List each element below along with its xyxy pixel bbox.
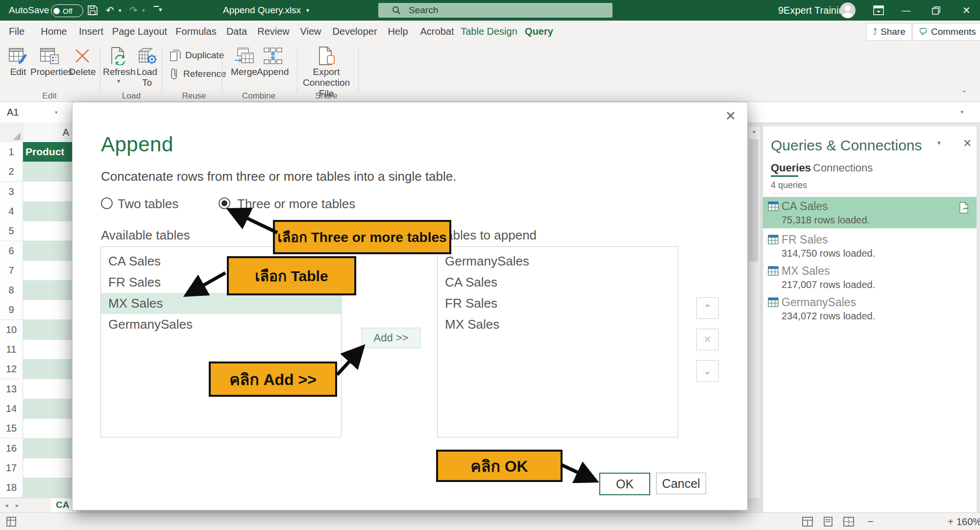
cell-a18[interactable] <box>23 478 72 498</box>
duplicate-button[interactable]: Duplicate <box>170 49 224 62</box>
row-header-9[interactable]: 9 <box>0 300 23 320</box>
query-item-ca-sales[interactable]: CA Sales 75,318 rows loaded. <box>763 197 977 228</box>
tab-home[interactable]: Home <box>41 21 67 42</box>
list-item-selected[interactable]: MX Sales <box>101 293 341 314</box>
sheet-nav-right-icon[interactable]: ▸ <box>16 498 19 513</box>
avatar[interactable] <box>840 2 856 18</box>
save-icon[interactable] <box>87 5 98 16</box>
cell-a13[interactable] <box>23 379 72 399</box>
close-button[interactable]: ✕ <box>962 0 971 21</box>
cell-a8[interactable] <box>23 280 72 300</box>
tab-query[interactable]: Query <box>525 21 553 42</box>
row-header-12[interactable]: 12 <box>0 359 23 379</box>
row-header-6[interactable]: 6 <box>0 241 23 261</box>
tab-connections[interactable]: Connections <box>813 162 873 174</box>
row-header-16[interactable]: 16 <box>0 438 23 458</box>
ok-button[interactable]: OK <box>599 473 650 495</box>
cell-a2[interactable] <box>23 162 72 182</box>
document-title[interactable]: Append Query.xlsx <box>223 0 301 21</box>
delete-button[interactable]: Delete <box>67 45 98 77</box>
zoom-level[interactable]: 160% <box>956 513 980 530</box>
list-item[interactable]: GermanySales <box>438 251 678 272</box>
tab-insert[interactable]: Insert <box>79 21 103 42</box>
remove-item-button[interactable]: ✕ <box>696 329 719 350</box>
cell-a3[interactable] <box>23 182 72 202</box>
zoom-in-button[interactable]: + <box>948 513 954 530</box>
scroll-up-icon[interactable]: ▴ <box>748 128 760 134</box>
row-header-3[interactable]: 3 <box>0 182 23 202</box>
scrollbar-thumb[interactable] <box>749 139 759 262</box>
user-name[interactable]: 9Expert Training <box>778 0 850 21</box>
add-button[interactable]: Add >> <box>362 328 420 348</box>
cell-a1[interactable]: Product <box>23 142 72 162</box>
comments-button[interactable]: 🗩 Comments <box>912 23 980 41</box>
cell-a4[interactable] <box>23 201 72 221</box>
row-header-8[interactable]: 8 <box>0 280 23 300</box>
tab-review[interactable]: Review <box>257 21 290 42</box>
tab-data[interactable]: Data <box>226 21 247 42</box>
sheet-status-icon[interactable] <box>6 516 17 527</box>
formula-bar-expand-icon[interactable]: ▾ <box>960 102 964 122</box>
tab-view[interactable]: View <box>300 21 321 42</box>
page-break-view-icon[interactable] <box>843 516 855 527</box>
query-item-germanysales[interactable]: GermanySales 234,072 rows loaded. <box>763 293 977 324</box>
radio-three-or-more[interactable] <box>219 197 230 209</box>
row-header-7[interactable]: 7 <box>0 261 23 281</box>
radio-three-or-more-label[interactable]: Three or more tables <box>237 196 355 212</box>
tab-page-layout[interactable]: Page Layout <box>112 21 167 42</box>
collapse-ribbon-icon[interactable]: ⌃ <box>961 89 967 97</box>
row-header-1[interactable]: 1 <box>0 142 23 162</box>
quick-access-customize-icon[interactable]: ▔▾ <box>154 0 162 20</box>
cell-a12[interactable] <box>23 359 72 379</box>
row-header-10[interactable]: 10 <box>0 320 23 340</box>
dialog-close-icon[interactable]: ✕ <box>722 107 739 125</box>
cell-a9[interactable] <box>23 300 72 320</box>
zoom-out-button[interactable]: − <box>867 513 874 530</box>
list-item[interactable]: CA Sales <box>438 272 678 293</box>
query-item-fr-sales[interactable]: FR Sales 314,750 rows loaded. <box>763 230 977 262</box>
undo-icon[interactable]: ↶ <box>106 0 114 21</box>
sheet-nav-left-icon[interactable]: ◂ <box>5 498 8 513</box>
cell-a7[interactable] <box>23 261 72 281</box>
tables-to-append-list[interactable]: GermanySales CA Sales FR Sales MX Sales <box>437 246 678 437</box>
cell-a11[interactable] <box>23 339 72 360</box>
peek-icon[interactable] <box>959 202 969 214</box>
list-item[interactable]: GermanySales <box>101 314 341 335</box>
cancel-button[interactable]: Cancel <box>656 473 706 494</box>
search-input[interactable] <box>408 4 576 16</box>
row-header-11[interactable]: 11 <box>0 339 23 360</box>
panel-options-chevron-icon[interactable]: ▾ <box>937 139 941 146</box>
cell-a16[interactable] <box>23 438 72 458</box>
query-item-mx-sales[interactable]: MX Sales 217,007 rows loaded. <box>763 262 977 293</box>
select-all-corner[interactable] <box>0 122 23 142</box>
row-header-15[interactable]: 15 <box>0 418 23 438</box>
restore-button[interactable] <box>932 6 940 15</box>
search-box[interactable] <box>378 3 612 18</box>
undo-chevron-icon[interactable]: ▾ <box>119 0 122 21</box>
reference-button[interactable]: Reference <box>170 68 226 80</box>
column-header-a[interactable]: A <box>23 122 72 142</box>
row-header-5[interactable]: 5 <box>0 221 23 241</box>
cell-a5[interactable] <box>23 221 72 241</box>
move-down-button[interactable]: ⌄ <box>696 360 719 382</box>
minimize-button[interactable]: — <box>902 0 910 21</box>
title-chevron-icon[interactable]: ▾ <box>306 0 309 21</box>
row-header-14[interactable]: 14 <box>0 399 23 419</box>
move-up-button[interactable]: ⌃ <box>696 297 719 319</box>
append-button[interactable]: Append <box>257 45 288 77</box>
share-button[interactable]: ⤴ Share <box>866 23 912 41</box>
tab-table-design[interactable]: Table Design <box>461 21 517 42</box>
page-layout-view-icon[interactable] <box>822 516 834 527</box>
name-box[interactable]: A1 ▾ <box>0 102 72 123</box>
row-header-18[interactable]: 18 <box>0 478 23 498</box>
normal-view-icon[interactable] <box>802 516 813 527</box>
tab-help[interactable]: Help <box>388 21 408 42</box>
row-header-17[interactable]: 17 <box>0 458 23 478</box>
tab-acrobat[interactable]: Acrobat <box>420 21 454 42</box>
cell-a17[interactable] <box>23 458 72 478</box>
radio-two-tables-label[interactable]: Two tables <box>118 196 178 212</box>
cell-a10[interactable] <box>23 320 72 340</box>
properties-button[interactable]: Properties <box>30 45 69 77</box>
refresh-button[interactable]: Refresh ▾ <box>103 45 134 85</box>
list-item[interactable]: MX Sales <box>438 314 678 335</box>
